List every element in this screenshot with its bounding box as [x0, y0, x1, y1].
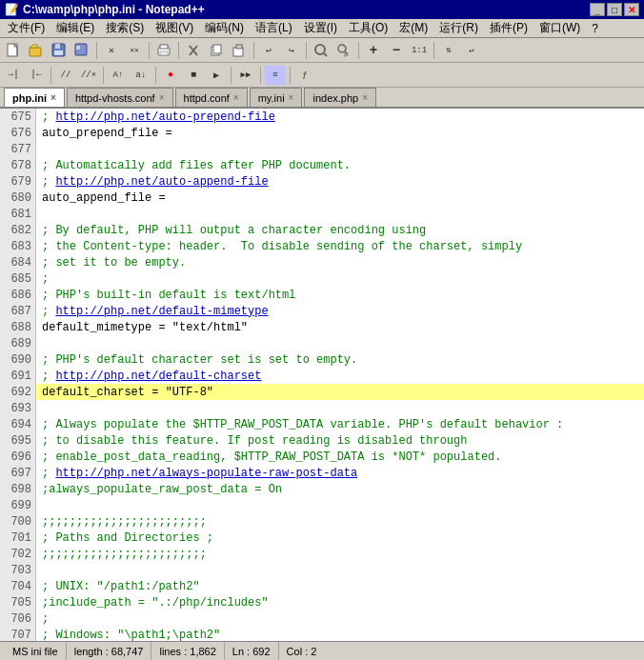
- replace-button[interactable]: ⇄: [333, 41, 354, 60]
- menu-tools[interactable]: 工具(O): [343, 18, 393, 38]
- tab-httpd-conf[interactable]: httpd.conf ×: [175, 88, 248, 107]
- function-list-button[interactable]: ƒ: [294, 66, 315, 85]
- tab-httpd-vhosts[interactable]: httpd-vhosts.conf ×: [67, 88, 173, 107]
- wrap-button[interactable]: ↵: [461, 41, 482, 60]
- comment-link[interactable]: http://php.net/default-charset: [55, 370, 261, 383]
- indent-button[interactable]: →|: [3, 66, 24, 85]
- macro-play-button[interactable]: ▶: [206, 66, 227, 85]
- tab-phpini[interactable]: php.ini ×: [4, 88, 65, 107]
- separator1: [96, 42, 97, 59]
- statusbar: MS ini file length : 68,747 lines : 1,86…: [0, 641, 644, 660]
- code-line-698: 698;always_populate_raw_post_data = On: [0, 481, 644, 497]
- line-content-680: auto_append_file =: [36, 190, 166, 206]
- code-line-678: 678; Automatically add files after PHP d…: [0, 157, 644, 173]
- menu-plugins[interactable]: 插件(P): [484, 18, 533, 38]
- tab-httpd-conf-close[interactable]: ×: [233, 92, 239, 103]
- comment-text: ; Windows: "\path1;\path2": [42, 629, 220, 642]
- tab-httpd-vhosts-close[interactable]: ×: [159, 92, 165, 103]
- zoom-reset-button[interactable]: 1:1: [409, 41, 430, 60]
- editor[interactable]: 675; http://php.net/auto-prepend-file676…: [0, 109, 644, 641]
- menu-file[interactable]: 文件(F): [2, 18, 50, 38]
- close-all-button[interactable]: ✕✕: [124, 41, 145, 60]
- sync-scroll-button[interactable]: ⇅: [438, 41, 459, 60]
- maximize-button[interactable]: □: [607, 3, 622, 16]
- code-line-684: 684; set it to be empty.: [0, 254, 644, 270]
- menu-help[interactable]: ?: [586, 20, 604, 37]
- code-line-680: 680auto_append_file =: [0, 190, 644, 206]
- menu-window[interactable]: 窗口(W): [533, 18, 586, 38]
- save-all-button[interactable]: [71, 41, 92, 60]
- separator10: [155, 67, 156, 84]
- print-button[interactable]: [153, 41, 174, 60]
- separator3: [178, 42, 179, 59]
- lowercase-button[interactable]: a↓: [131, 66, 151, 85]
- macro-record-button[interactable]: ●: [160, 66, 181, 85]
- close-button[interactable]: ✕: [624, 3, 639, 16]
- comment-prefix: ;: [42, 110, 55, 124]
- line-content-684: ; set it to be empty.: [36, 254, 186, 270]
- comment-text: ; Always populate the $HTTP_RAW_POST_DAT…: [42, 418, 563, 431]
- comment-text: ; Paths and Directories ;: [42, 531, 213, 545]
- line-content-699: [36, 497, 42, 513]
- macro-stop-button[interactable]: ■: [183, 66, 204, 85]
- menu-settings[interactable]: 设置(I): [298, 18, 343, 38]
- save-button[interactable]: [49, 41, 70, 60]
- tab-httpd-vhosts-label: httpd-vhosts.conf: [75, 92, 155, 104]
- paste-button[interactable]: [229, 41, 250, 60]
- tab-myini[interactable]: my.ini ×: [250, 88, 303, 107]
- cut-button[interactable]: [183, 41, 204, 60]
- line-content-705: ;include_path = ".:/php/includes": [36, 594, 269, 610]
- open-button[interactable]: [26, 41, 47, 60]
- comment-text: ; the Content-type: header. To disable s…: [42, 240, 522, 253]
- code-line-681: 681: [0, 206, 644, 222]
- tab-indexphp-close[interactable]: ×: [362, 92, 368, 103]
- undo-button[interactable]: ↩: [258, 41, 279, 60]
- menu-encode[interactable]: 编码(N): [199, 18, 250, 38]
- tab-indexphp-label: index.php: [312, 92, 358, 104]
- close-button-tb[interactable]: ✕: [101, 41, 122, 60]
- tab-myini-close[interactable]: ×: [289, 92, 294, 103]
- menu-edit[interactable]: 编辑(E): [50, 18, 100, 38]
- zoom-in-button[interactable]: +: [363, 41, 384, 60]
- line-number-675: 675: [0, 109, 36, 125]
- menu-run[interactable]: 运行(R): [433, 18, 484, 38]
- comment-link[interactable]: http://php.net/auto-prepend-file: [55, 110, 274, 124]
- unindent-button[interactable]: |←: [26, 66, 47, 85]
- zoom-out-button[interactable]: −: [386, 41, 407, 60]
- comment-link[interactable]: http://php.net/auto-append-file: [55, 175, 268, 189]
- copy-button[interactable]: [206, 41, 227, 60]
- minimize-button[interactable]: _: [590, 3, 605, 16]
- comment-button[interactable]: //: [55, 66, 76, 85]
- code-line-704: 704; UNIX: "/path1:/path2": [0, 578, 644, 594]
- svg-rect-6: [55, 44, 60, 49]
- separator8: [50, 67, 51, 84]
- code-line-703: 703: [0, 562, 644, 578]
- tab-indexphp[interactable]: index.php ×: [304, 88, 376, 107]
- line-content-676: auto_prepend_file =: [36, 125, 172, 141]
- menu-language[interactable]: 语言(L): [250, 18, 298, 38]
- line-content-695: ; to disable this feature. If post readi…: [36, 432, 467, 449]
- line-content-685: ;: [36, 270, 49, 287]
- code-line-679: 679; http://php.net/auto-append-file: [0, 173, 644, 190]
- menu-macro[interactable]: 宏(M): [393, 18, 433, 38]
- col-editor-button[interactable]: ≡: [265, 66, 286, 85]
- menu-view[interactable]: 视图(V): [150, 18, 199, 38]
- menu-search[interactable]: 搜索(S): [100, 18, 150, 38]
- svg-rect-9: [76, 46, 80, 50]
- comment-link[interactable]: http://php.net/always-populate-raw-post-…: [55, 467, 357, 480]
- new-button[interactable]: [3, 41, 24, 60]
- run-macro-button[interactable]: ▶▶: [235, 66, 256, 85]
- line-number-689: 689: [0, 335, 36, 351]
- tab-phpini-close[interactable]: ×: [50, 92, 56, 103]
- separator5: [306, 42, 307, 59]
- find-button[interactable]: [311, 41, 332, 60]
- uppercase-button[interactable]: A↑: [108, 66, 129, 85]
- comment-text: ; enable_post_data_reading, $HTTP_RAW_PO…: [42, 450, 501, 464]
- uncomment-button[interactable]: //×: [78, 66, 99, 85]
- app-icon: 📝: [5, 3, 19, 16]
- line-number-692: 692: [0, 384, 36, 400]
- line-content-681: [36, 206, 42, 222]
- line-content-697: ; http://php.net/always-populate-raw-pos…: [36, 465, 357, 481]
- comment-link[interactable]: http://php.net/default-mimetype: [55, 305, 268, 318]
- redo-button[interactable]: ↪: [281, 41, 302, 60]
